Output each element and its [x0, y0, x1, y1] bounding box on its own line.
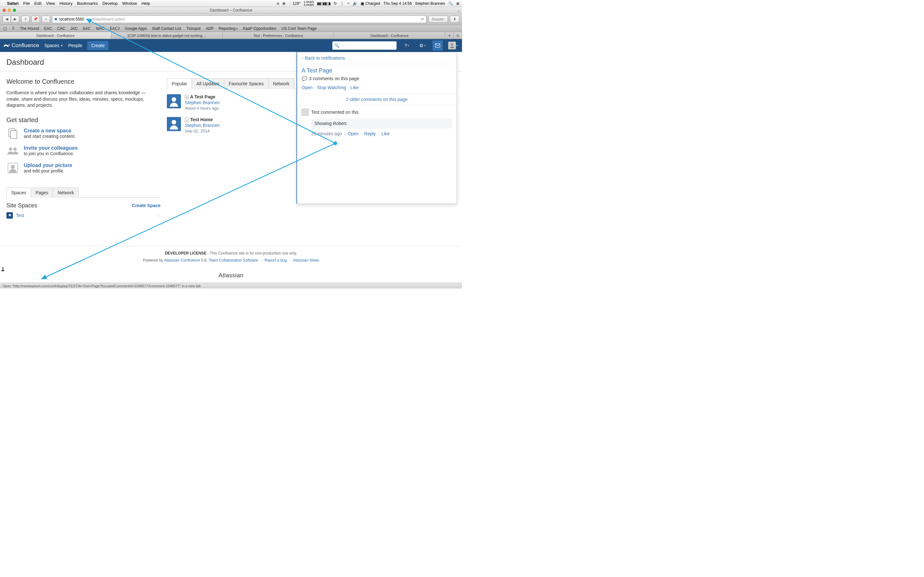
footer-team-link[interactable]: Team Collaboration Software [208, 258, 258, 263]
bookmark-google-apps[interactable]: Google Apps [125, 26, 147, 31]
create-space-link[interactable]: Create a new space [24, 128, 76, 134]
bookmark-the-hound[interactable]: The Hound [20, 26, 39, 31]
thumbtack-button[interactable]: 📌 [31, 16, 40, 23]
quick-search-input[interactable] [339, 43, 395, 48]
favourite-star-icon[interactable]: ☆ [156, 213, 160, 218]
add-bookmark-button[interactable]: ＋ [42, 16, 50, 23]
screen-icon[interactable]: ⎚ [277, 1, 279, 6]
upload-picture-link[interactable]: Upload your picture [24, 163, 72, 168]
help-menu[interactable]: ? [402, 40, 412, 51]
footer-report-bug[interactable]: Report a bug [264, 258, 286, 263]
bookmark-sac[interactable]: SAC [83, 26, 91, 31]
older-comments-link[interactable]: 2 older comments on this page [346, 97, 407, 102]
feed-tab-network[interactable]: Network [268, 78, 294, 89]
feed-tab-popular[interactable]: Popular [167, 78, 192, 89]
bookmark-eacj[interactable]: EACJ [110, 26, 120, 31]
bookmark-eac[interactable]: EAC [44, 26, 52, 31]
reader-button[interactable]: Reader [428, 16, 448, 23]
comment-like[interactable]: Like [381, 131, 390, 136]
share-button[interactable]: ⇪ [21, 16, 29, 23]
close-window-button[interactable] [3, 9, 6, 12]
feed-author[interactable]: Stephen Brannen [185, 100, 220, 105]
menu-window[interactable]: Window [122, 1, 137, 6]
quick-search[interactable]: 🔍 [333, 41, 397, 50]
feed-tab-all-updates[interactable]: All Updates [192, 78, 224, 89]
bluetooth-icon[interactable]: ⋮ [340, 1, 344, 6]
bookmark-us-conf[interactable]: US Conf Team Page [281, 26, 317, 31]
footer-confluence-link[interactable]: Atlassian Confluence [164, 258, 200, 263]
menu-edit[interactable]: Edit [34, 1, 41, 6]
space-link-test[interactable]: Test [16, 213, 153, 218]
menu-develop[interactable]: Develop [102, 1, 118, 6]
feed-tab-favourite-spaces[interactable]: Favourite Spaces [224, 78, 268, 89]
mac-menubar: Safari File Edit View History Bookmarks … [0, 0, 462, 7]
forward-button[interactable]: ▶ [11, 16, 19, 23]
feed-author[interactable]: Stephen Brannen [185, 123, 220, 128]
avatar-icon [448, 42, 456, 49]
invite-link[interactable]: Invite your colleagues [24, 145, 78, 151]
browser-tab-3[interactable]: Dashboard - Confluence [334, 32, 445, 39]
bookmark-staff-contact[interactable]: Staff Contact List [152, 26, 181, 31]
menu-history[interactable]: History [59, 1, 72, 6]
back-button[interactable]: ◀ [3, 16, 11, 23]
browser-tab-2[interactable]: Test - Preferences - Confluence [223, 32, 334, 39]
accessibility-icon[interactable]: ⊕ [282, 1, 286, 6]
bookmark-cac[interactable]: CAC [57, 26, 65, 31]
lower-tab-pages[interactable]: Pages [31, 187, 53, 198]
profile-menu[interactable] [448, 40, 458, 51]
notifications-button[interactable] [433, 40, 443, 51]
time-machine-icon[interactable]: ↻ [334, 1, 337, 6]
topsites-icon[interactable]: ⠿ [12, 26, 15, 31]
profile-picture-icon [6, 161, 19, 174]
wifi-icon[interactable]: ⌔ [347, 1, 349, 6]
admin-menu[interactable]: ⚙ [417, 40, 427, 51]
battery-icon[interactable]: ▣ Charged [360, 1, 380, 6]
menu-file[interactable]: File [23, 1, 30, 6]
menu-help[interactable]: Help [142, 1, 150, 6]
feed-title[interactable]: Test Home [190, 117, 213, 122]
back-to-notifications[interactable]: ‹ Back to notifications [297, 52, 457, 64]
user-name[interactable]: Stephen Brannen [415, 1, 445, 6]
browser-tab-0[interactable]: Dashboard - Confluence [0, 32, 111, 39]
lower-tab-network[interactable]: Network [53, 187, 79, 198]
comment-reply[interactable]: Reply [364, 131, 376, 136]
bookmark-jac[interactable]: JAC [70, 26, 78, 31]
nav-people[interactable]: People [68, 43, 82, 48]
feed-title[interactable]: A Test Page [190, 94, 215, 99]
create-space-action[interactable]: Create Space [132, 203, 160, 208]
bookmark-wac[interactable]: WAC [96, 26, 105, 31]
footer-news[interactable]: Atlassian News [293, 258, 319, 263]
menu-bookmarks[interactable]: Bookmarks [77, 1, 98, 6]
bookmark-tickspot[interactable]: Tickspot [186, 26, 200, 31]
bookmark-reporting[interactable]: Reporting [219, 26, 238, 31]
lower-tab-spaces[interactable]: Spaces [6, 187, 31, 198]
notif-like[interactable]: Like [351, 85, 359, 90]
zoom-window-button[interactable] [13, 9, 16, 12]
notification-center-icon[interactable]: ≣ [456, 1, 459, 6]
clock[interactable]: Thu Sep 4 14:56 [383, 1, 412, 6]
minimize-window-button[interactable] [8, 9, 11, 12]
notif-open[interactable]: Open [302, 85, 312, 90]
notif-page-title[interactable]: A Test Page [302, 67, 452, 74]
menu-view[interactable]: View [46, 1, 55, 6]
atlassian-logo[interactable]: Atlassian [0, 266, 462, 279]
address-bar[interactable]: ✖ localhost:5560/conf/dashboard.action ⟳ [52, 15, 426, 23]
nav-spaces[interactable]: Spaces▼ [44, 43, 63, 48]
create-button[interactable]: Create [87, 41, 108, 50]
browser-tab-1[interactable]: [CSP-128633] time in status gadget not w… [111, 32, 223, 39]
notif-actions: Open· Stop Watching· Like [297, 84, 457, 93]
volume-icon[interactable]: 🔊 [352, 1, 357, 6]
reading-list-icon[interactable]: ▢ [3, 26, 7, 31]
tab-overflow-button[interactable]: ≡ [454, 32, 462, 39]
reload-button[interactable]: ⟳ [421, 17, 424, 21]
confluence-logo[interactable]: Confluence [4, 42, 39, 49]
app-name[interactable]: Safari [7, 1, 19, 6]
bookmark-kaap[interactable]: KaaP Opportunities [243, 26, 276, 31]
bookmark-adp[interactable]: ADP [206, 26, 214, 31]
spotlight-icon[interactable]: 🔍 [448, 1, 453, 6]
notif-stop-watching[interactable]: Stop Watching [317, 85, 346, 90]
menu-extras[interactable]: ▮▮▯▮▮▯▮ [317, 1, 330, 6]
new-tab-button[interactable]: ＋ [445, 32, 454, 39]
downloads-button[interactable]: ⬇ [450, 16, 459, 23]
comment-open[interactable]: Open [347, 131, 359, 136]
